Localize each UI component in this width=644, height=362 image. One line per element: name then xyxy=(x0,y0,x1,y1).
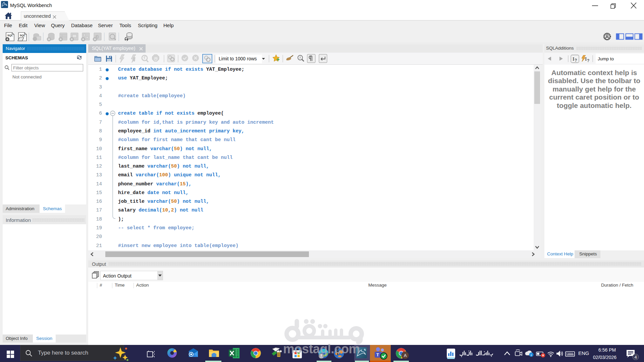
svg-text:Limit to 1000 rows: Limit to 1000 rows xyxy=(219,56,257,61)
svg-text:Jump to: Jump to xyxy=(598,56,614,61)
svg-text:A: A xyxy=(404,353,407,358)
svg-text:SQL: SQL xyxy=(20,34,25,37)
svg-text:?: ? xyxy=(587,58,589,63)
svg-text:T: T xyxy=(376,352,379,357)
svg-text:SQL: SQL xyxy=(7,34,13,37)
svg-text:4: 4 xyxy=(635,355,637,360)
svg-text:?: ? xyxy=(575,58,577,63)
svg-text:I: I xyxy=(573,57,574,62)
svg-text:I: I xyxy=(585,57,587,62)
